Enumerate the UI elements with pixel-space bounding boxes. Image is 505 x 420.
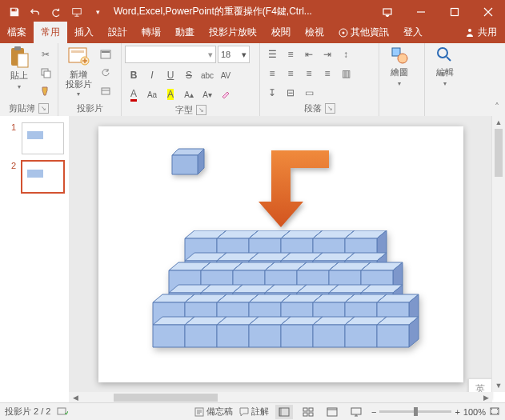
copy-button[interactable] bbox=[37, 64, 54, 82]
slideshow-view-button[interactable] bbox=[347, 405, 365, 419]
char-spacing-button[interactable]: AV bbox=[217, 66, 234, 84]
redo-button[interactable] bbox=[46, 2, 66, 22]
svg-rect-26 bbox=[58, 408, 66, 414]
line-spacing-button[interactable]: ↕ bbox=[337, 46, 355, 63]
layout-button[interactable] bbox=[97, 46, 114, 63]
reading-view-button[interactable] bbox=[323, 405, 341, 419]
share-button[interactable]: 共用 bbox=[458, 22, 505, 43]
close-button[interactable] bbox=[471, 0, 505, 23]
section-button[interactable] bbox=[97, 82, 114, 100]
comments-button[interactable]: 註解 bbox=[239, 406, 269, 418]
zoom-in-button[interactable]: + bbox=[455, 407, 459, 417]
indent-dec-button[interactable]: ⇤ bbox=[300, 46, 318, 63]
bold-button[interactable]: B bbox=[125, 66, 142, 84]
collapse-ribbon-button[interactable]: ˄ bbox=[489, 43, 505, 116]
group-font: ▾ 18▾ B I U S abc AV A Aa A A▴ A▾ 字型↘ bbox=[122, 43, 260, 116]
zoom-control[interactable]: − + 100% bbox=[371, 406, 500, 418]
align-right-button[interactable]: ≡ bbox=[300, 65, 318, 82]
tab-transitions[interactable]: 轉場 bbox=[134, 22, 168, 43]
justify-button[interactable]: ≡ bbox=[319, 65, 336, 82]
tab-home[interactable]: 常用 bbox=[34, 22, 67, 43]
svg-rect-15 bbox=[102, 51, 110, 53]
status-bar: 投影片 2 / 2 備忘稿 註解 − + 100% bbox=[0, 402, 505, 420]
tab-design[interactable]: 設計 bbox=[101, 22, 134, 43]
horizontal-scrollbar[interactable]: ◀▶ bbox=[69, 392, 492, 403]
italic-button[interactable]: I bbox=[143, 66, 161, 84]
change-case-button[interactable]: Aa bbox=[143, 86, 161, 103]
zoom-out-button[interactable]: − bbox=[371, 407, 376, 417]
svg-rect-12 bbox=[71, 50, 84, 53]
zoom-slider[interactable] bbox=[379, 410, 451, 413]
svg-rect-29 bbox=[279, 408, 282, 416]
qat-customize-button[interactable]: ▾ bbox=[88, 2, 107, 22]
save-button[interactable] bbox=[5, 2, 24, 22]
notes-button[interactable]: 備忘稿 bbox=[194, 406, 233, 418]
svg-rect-2 bbox=[451, 8, 459, 15]
cut-button[interactable]: ✂ bbox=[37, 46, 54, 63]
minimize-button[interactable] bbox=[404, 0, 438, 23]
clear-format-button[interactable] bbox=[217, 86, 234, 103]
tab-insert[interactable]: 插入 bbox=[67, 22, 101, 43]
text-direction-button[interactable]: ↧ bbox=[263, 84, 281, 102]
smartart-button[interactable]: ▭ bbox=[300, 84, 318, 102]
reset-button[interactable] bbox=[97, 64, 114, 82]
group-drawing: 繪圖▾ bbox=[379, 43, 425, 116]
slide-editor[interactable] bbox=[69, 116, 492, 392]
indent-inc-button[interactable]: ⇥ bbox=[319, 46, 336, 63]
font-family-combo[interactable]: ▾ bbox=[125, 46, 216, 63]
align-left-button[interactable]: ≡ bbox=[263, 65, 281, 82]
clipboard-launcher[interactable]: ↘ bbox=[38, 103, 49, 114]
font-color-button[interactable]: A bbox=[125, 86, 142, 103]
numbering-button[interactable]: ≡ bbox=[282, 46, 299, 63]
grow-font-button[interactable]: A▴ bbox=[180, 86, 198, 103]
align-center-button[interactable]: ≡ bbox=[282, 65, 299, 82]
zoom-value[interactable]: 100% bbox=[463, 407, 486, 417]
shadow-button[interactable]: abc bbox=[198, 66, 216, 84]
paragraph-launcher[interactable]: ↘ bbox=[325, 103, 335, 114]
tab-review[interactable]: 校閱 bbox=[264, 22, 298, 43]
tellme-search[interactable]: 其他資訊 bbox=[331, 22, 396, 43]
format-painter-button[interactable] bbox=[37, 82, 54, 100]
vertical-scrollbar[interactable]: ▲ ▼ bbox=[491, 116, 505, 392]
svg-rect-33 bbox=[309, 413, 313, 416]
slide-thumb-1[interactable]: 1 bbox=[11, 122, 64, 154]
undo-button[interactable] bbox=[26, 2, 45, 22]
quick-access-toolbar: ▾ bbox=[0, 2, 107, 22]
svg-rect-8 bbox=[18, 54, 28, 67]
strike-button[interactable]: S bbox=[180, 66, 198, 84]
fit-window-button[interactable] bbox=[489, 406, 500, 418]
maximize-button[interactable] bbox=[438, 0, 471, 23]
svg-rect-32 bbox=[303, 413, 307, 416]
bullets-button[interactable]: ☰ bbox=[263, 46, 281, 63]
columns-button[interactable]: ▥ bbox=[337, 65, 355, 82]
group-clipboard: 貼上▾ ✂ 剪貼簿↘ bbox=[0, 43, 58, 116]
window-title: Word,Excel,PowerPoint的重覆操作(F4鍵,Ctrl... bbox=[107, 5, 371, 18]
align-text-button[interactable]: ⊟ bbox=[282, 84, 299, 102]
font-size-combo[interactable]: 18▾ bbox=[218, 46, 250, 63]
signin-button[interactable]: 登入 bbox=[396, 22, 430, 43]
ribbon: 貼上▾ ✂ 剪貼簿↘ 新增 投影片▾ 投影片 ▾ bbox=[0, 43, 505, 117]
paste-button[interactable]: 貼上▾ bbox=[3, 46, 35, 90]
tab-animations[interactable]: 動畫 bbox=[168, 22, 202, 43]
shrink-font-button[interactable]: A▾ bbox=[198, 86, 216, 103]
svg-rect-35 bbox=[351, 408, 361, 414]
spellcheck-icon[interactable] bbox=[57, 406, 68, 418]
normal-view-button[interactable] bbox=[275, 405, 293, 419]
svg-rect-30 bbox=[303, 408, 307, 411]
drawing-button[interactable]: 繪圖▾ bbox=[383, 46, 416, 87]
group-paragraph: ☰ ≡ ⇤ ⇥ ↕ ≡ ≡ ≡ ≡ ▥ ↧ ⊟ ▭ 段落↘ bbox=[260, 43, 379, 116]
start-slideshow-button[interactable] bbox=[67, 2, 86, 22]
highlight-button[interactable]: A bbox=[162, 86, 179, 103]
slide-counter[interactable]: 投影片 2 / 2 bbox=[5, 406, 50, 418]
tab-view[interactable]: 檢視 bbox=[298, 22, 331, 43]
font-launcher[interactable]: ↘ bbox=[196, 105, 206, 115]
tab-file[interactable]: 檔案 bbox=[0, 22, 34, 43]
tab-slideshow[interactable]: 投影片放映 bbox=[202, 22, 264, 43]
slide-thumb-2[interactable]: 2 bbox=[11, 161, 64, 193]
sorter-view-button[interactable] bbox=[299, 405, 317, 419]
underline-button[interactable]: U bbox=[162, 66, 179, 84]
ribbon-options-button[interactable] bbox=[371, 0, 404, 23]
editing-button[interactable]: 編輯▾ bbox=[428, 46, 462, 87]
slide-canvas bbox=[98, 126, 463, 382]
new-slide-button[interactable]: 新增 投影片▾ bbox=[62, 46, 95, 98]
